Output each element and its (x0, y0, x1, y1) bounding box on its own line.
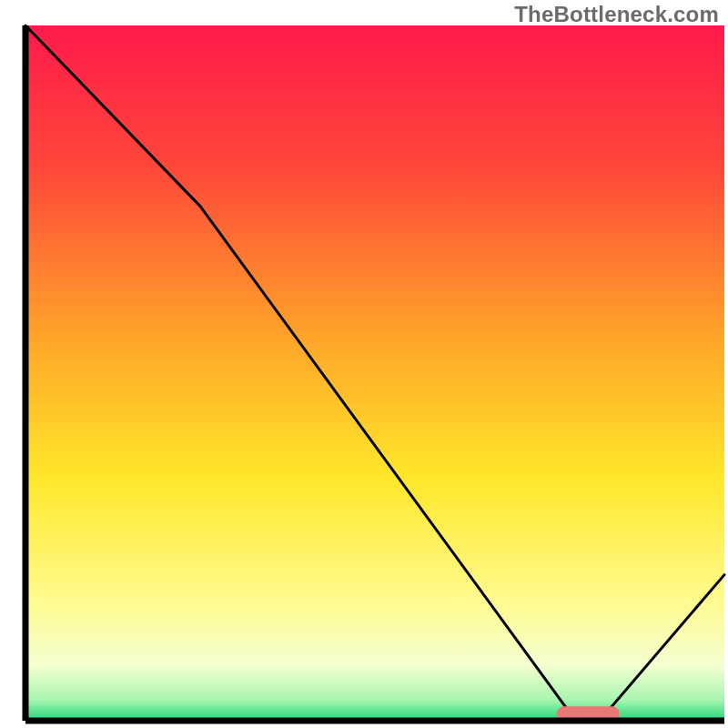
watermark-text: TheBottleneck.com (514, 2, 719, 27)
chart-svg (0, 0, 728, 728)
bottleneck-chart: TheBottleneck.com (0, 0, 728, 728)
plot-background (25, 25, 724, 721)
